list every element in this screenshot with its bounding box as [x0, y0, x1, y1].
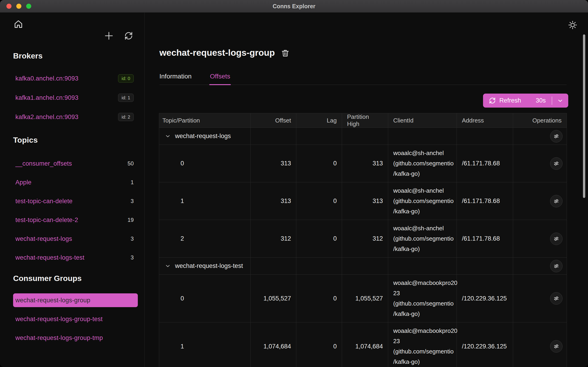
- table-body: wechat-request-logs03130313woaalc@sh-anc…: [159, 128, 567, 367]
- offset-cell: 312: [251, 220, 296, 258]
- operations-cell: [513, 182, 567, 220]
- add-connection-icon[interactable]: [104, 31, 114, 41]
- address-cell: /61.171.78.68: [457, 182, 513, 220]
- clientid-line: woaalc@macbookpro20: [393, 326, 457, 336]
- operations-button[interactable]: [550, 340, 562, 352]
- clientid-line: /kafka-go): [393, 244, 420, 254]
- sidebar: Brokers kafka0.anchel.cn:9093id: 0kafka1…: [0, 13, 145, 367]
- empty-cell: [296, 128, 342, 145]
- clientid-line: 23: [393, 288, 400, 298]
- clientid-line: /kafka-go): [393, 357, 420, 367]
- empty-cell: [457, 258, 513, 275]
- empty-cell: [388, 258, 457, 275]
- broker-item[interactable]: kafka0.anchel.cn:9093id: 0: [13, 69, 138, 88]
- broker-label: kafka2.anchel.cn:9093: [15, 114, 78, 121]
- topic-item[interactable]: wechat-request-logs3: [13, 229, 138, 248]
- topic-partition-count: 50: [128, 160, 134, 167]
- operations-button[interactable]: [550, 195, 562, 207]
- clientid-line: (github.com/segmentio: [393, 234, 454, 244]
- topic-item[interactable]: test-topic-can-delete-219: [13, 211, 138, 229]
- partition-high-cell: 313: [342, 182, 388, 220]
- lag-cell: 0: [296, 275, 342, 323]
- topic-partition-count: 3: [131, 198, 134, 204]
- broker-id-badge: id: 2: [118, 113, 134, 121]
- refresh-interval[interactable]: 30s: [536, 97, 552, 104]
- sliders-icon: [553, 263, 560, 269]
- brokers-heading: Brokers: [13, 50, 43, 61]
- sliders-icon: [553, 295, 560, 302]
- table-row: 13130313woaalc@sh-anchel(github.com/segm…: [159, 182, 567, 220]
- topic-partition-count: 3: [131, 254, 134, 261]
- titlebar: Conns Explorer: [0, 0, 588, 13]
- sliders-icon: [553, 198, 560, 205]
- empty-cell: [457, 128, 513, 145]
- column-header: Partition High: [342, 113, 388, 128]
- topic-label: __consumer_offsets: [15, 160, 72, 167]
- refresh-interval-dropdown[interactable]: [552, 98, 568, 104]
- refresh-button[interactable]: Refresh 30s: [483, 94, 568, 108]
- operations-button[interactable]: [550, 292, 562, 305]
- consumer-group-item[interactable]: wechat-request-logs-group: [13, 293, 138, 307]
- consumer-groups-heading: Consumer Groups: [13, 273, 82, 284]
- chevron-down-icon[interactable]: [165, 133, 171, 139]
- empty-cell: [342, 258, 388, 275]
- refresh-sidebar-icon[interactable]: [124, 31, 133, 41]
- partition-cell: 0: [159, 145, 251, 182]
- clientid-line: woaalc@sh-anchel: [393, 186, 444, 196]
- broker-item[interactable]: kafka2.anchel.cn:9093id: 2: [13, 107, 138, 127]
- offsets-table: Topic/PartitionOffsetLagPartition HighCl…: [159, 113, 567, 367]
- sliders-icon: [553, 160, 560, 167]
- consumer-group-label: wechat-request-logs-group-tmp: [15, 334, 103, 342]
- partition-high-cell: 1,055,527: [342, 275, 388, 323]
- address-cell: /61.171.78.68: [457, 145, 513, 182]
- delete-group-icon[interactable]: [281, 49, 290, 58]
- broker-item[interactable]: kafka1.anchel.cn:9093id: 1: [13, 88, 138, 107]
- clientid-line: /kafka-go): [393, 206, 420, 217]
- topic-label: test-topic-can-delete-2: [15, 217, 78, 224]
- home-icon[interactable]: [13, 19, 23, 30]
- empty-cell: [388, 128, 457, 145]
- consumer-group-item[interactable]: wechat-request-logs-group-tmp: [13, 328, 138, 347]
- zoom-button[interactable]: [26, 4, 31, 9]
- column-header: Topic/Partition: [159, 113, 251, 128]
- operations-cell: [513, 128, 567, 145]
- clientid-line: /kafka-go): [393, 169, 420, 179]
- brokers-list: kafka0.anchel.cn:9093id: 0kafka1.anchel.…: [13, 69, 138, 127]
- topic-partition-count: 3: [131, 236, 134, 242]
- topic-item[interactable]: Apple1: [13, 173, 138, 192]
- topic-label: Apple: [15, 179, 32, 186]
- partition-cell: 1: [159, 182, 251, 220]
- table-row: 23120312woaalc@sh-anchel(github.com/segm…: [159, 220, 567, 258]
- operations-cell: [513, 220, 567, 258]
- close-button[interactable]: [6, 4, 11, 9]
- topic-item[interactable]: __consumer_offsets50: [13, 154, 138, 173]
- operations-button[interactable]: [550, 233, 562, 245]
- topic-group-cell: wechat-request-logs-test: [159, 258, 251, 275]
- operations-cell: [513, 145, 567, 182]
- clientid-cell: woaalc@sh-anchel(github.com/segmentio/ka…: [388, 220, 457, 258]
- operations-button[interactable]: [550, 157, 562, 170]
- partition-cell: 2: [159, 220, 251, 258]
- operations-button[interactable]: [550, 130, 562, 142]
- clientid-line: 23: [393, 336, 400, 346]
- clientid-line: woaalc@sh-anchel: [393, 223, 444, 234]
- partition-cell: 0: [159, 275, 251, 323]
- refresh-icon: [489, 97, 496, 104]
- theme-toggle-icon[interactable]: [568, 20, 578, 31]
- address-cell: /120.229.36.125: [457, 323, 513, 367]
- address-cell: /120.229.36.125: [457, 275, 513, 323]
- consumer-group-item[interactable]: wechat-request-logs-group-test: [13, 310, 138, 328]
- chevron-down-icon[interactable]: [165, 263, 171, 269]
- refresh-button-main[interactable]: Refresh: [483, 97, 536, 104]
- topic-item[interactable]: test-topic-can-delete3: [13, 192, 138, 211]
- operations-button[interactable]: [550, 260, 562, 272]
- vertical-scrollbar[interactable]: [583, 34, 585, 198]
- sidebar-toolbar: [104, 31, 133, 41]
- partition-high-cell: 313: [342, 145, 388, 182]
- tab-information[interactable]: Information: [159, 73, 191, 85]
- tab-offsets[interactable]: Offsets: [210, 73, 230, 85]
- topic-item[interactable]: wechat-request-logs-test3: [13, 248, 138, 267]
- minimize-button[interactable]: [16, 4, 21, 9]
- broker-label: kafka0.anchel.cn:9093: [15, 75, 78, 82]
- empty-cell: [251, 128, 296, 145]
